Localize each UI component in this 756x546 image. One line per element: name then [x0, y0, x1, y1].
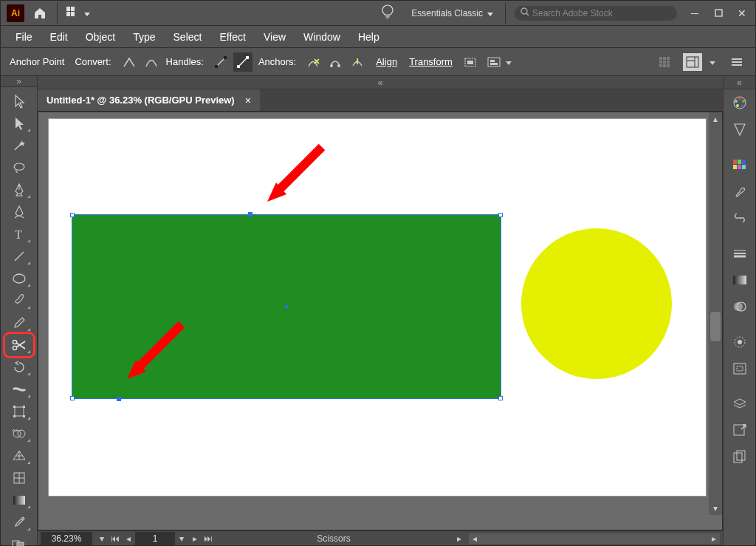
stroke-panel[interactable] [724, 240, 755, 267]
prev-artboard-button[interactable]: ◂ [122, 532, 135, 545]
next-artboard-button[interactable]: ▸ [188, 532, 202, 545]
color-guide-panel[interactable] [724, 116, 755, 143]
handles-hide-button[interactable] [233, 52, 252, 72]
anchor-point-selected[interactable] [117, 397, 121, 401]
search-stock-input[interactable] [532, 8, 671, 18]
zoom-dropdown[interactable]: ▾ [95, 532, 109, 545]
pen-tool[interactable] [5, 179, 33, 201]
transform-link[interactable]: Transform [406, 56, 456, 67]
cut-path-button[interactable] [348, 52, 367, 72]
rotate-tool[interactable] [5, 356, 33, 378]
isolate-button[interactable] [461, 52, 481, 72]
selection-tool[interactable] [5, 90, 33, 112]
free-transform-tool[interactable] [5, 400, 33, 423]
green-rectangle[interactable] [72, 215, 501, 398]
color-panel[interactable] [724, 89, 755, 116]
perspective-grid-tool[interactable] [5, 445, 33, 467]
artboards-panel[interactable] [724, 444, 755, 471]
anchor-point-selected[interactable] [248, 212, 252, 216]
swatches-panel[interactable] [724, 151, 755, 178]
menu-help[interactable]: Help [349, 28, 388, 46]
magic-wand-tool[interactable] [5, 134, 33, 157]
arrange-documents-button[interactable] [62, 7, 94, 19]
menu-view[interactable]: View [255, 28, 295, 46]
connect-anchors-button[interactable] [326, 52, 345, 72]
first-artboard-button[interactable]: ⏮ [109, 532, 122, 545]
vertical-scrollbar[interactable]: ▴ ▾ [709, 112, 722, 515]
scroll-thumb[interactable] [710, 312, 721, 341]
tools-collapse-button[interactable]: » [1, 76, 37, 87]
home-button[interactable] [29, 2, 51, 24]
layers-panel[interactable] [724, 391, 755, 417]
zoom-level[interactable]: 36.23% [41, 532, 92, 545]
panel-menu-button[interactable] [727, 52, 746, 72]
close-tab-button[interactable]: × [245, 95, 251, 106]
remove-anchor-button[interactable] [303, 52, 323, 72]
svg-rect-3 [71, 12, 75, 16]
gradient-tool[interactable] [5, 489, 33, 511]
pencil-tool[interactable] [5, 312, 33, 334]
gradient-panel[interactable] [724, 267, 755, 293]
workspace-switcher[interactable]: Essentials Classic [404, 8, 501, 18]
canvas[interactable]: ▴ ▾ [38, 112, 723, 530]
menu-select[interactable]: Select [165, 28, 211, 46]
type-tool[interactable]: T [5, 223, 33, 245]
direct-selection-tool[interactable] [5, 112, 33, 134]
anchor-point[interactable] [70, 213, 75, 217]
active-tool-readout: Scissors [215, 533, 453, 544]
symbols-panel[interactable] [724, 205, 755, 231]
brushes-panel[interactable] [724, 178, 755, 205]
svg-rect-44 [13, 406, 16, 408]
maximize-button[interactable] [708, 6, 729, 21]
panel-collapse-button[interactable]: « [724, 76, 755, 89]
ellipse-tool[interactable] [5, 267, 33, 290]
shape-builder-tool[interactable] [5, 423, 33, 445]
document-tab[interactable]: Untitled-1* @ 36.23% (RGB/GPU Preview) × [38, 89, 260, 111]
lasso-tool[interactable] [5, 157, 33, 179]
graphic-styles-panel[interactable] [724, 355, 755, 382]
grid-view-button[interactable] [656, 52, 676, 72]
eyedropper-tool[interactable] [5, 511, 33, 533]
anchor-point[interactable] [70, 396, 75, 400]
appearance-panel[interactable] [724, 329, 755, 355]
menu-object[interactable]: Object [77, 28, 124, 46]
yellow-circle[interactable] [521, 228, 672, 379]
asset-export-panel[interactable] [724, 417, 755, 444]
search-stock-field[interactable] [515, 6, 677, 21]
last-artboard-button[interactable]: ⏭ [202, 532, 215, 545]
convert-corner-button[interactable] [119, 52, 138, 72]
doc-collapse-button[interactable]: « [38, 76, 723, 89]
artboard-dropdown[interactable]: ▾ [175, 532, 188, 545]
width-tool[interactable] [5, 378, 33, 400]
minimize-button[interactable]: ─ [684, 6, 705, 21]
artboard-index[interactable]: 1 [135, 532, 175, 545]
menu-type[interactable]: Type [124, 28, 164, 46]
anchor-point[interactable] [498, 396, 503, 400]
convert-smooth-button[interactable] [141, 52, 160, 72]
line-segment-tool[interactable] [5, 245, 33, 267]
document-setup-button[interactable] [683, 53, 702, 71]
svg-rect-46 [13, 415, 16, 417]
close-button[interactable]: ✕ [732, 6, 752, 21]
menu-edit[interactable]: Edit [41, 28, 77, 46]
horizontal-scrollbar[interactable]: ◂ ▸ [469, 533, 720, 544]
discover-button[interactable] [382, 4, 394, 21]
artboard[interactable] [49, 119, 706, 496]
blend-tool[interactable] [5, 533, 33, 546]
workspace-label: Essentials Classic [411, 8, 483, 18]
svg-rect-20 [490, 63, 498, 65]
align-link[interactable]: Align [373, 56, 400, 67]
handles-show-button[interactable] [211, 52, 230, 72]
status-play-button[interactable]: ▸ [453, 532, 466, 545]
curvature-tool[interactable] [5, 201, 33, 223]
transparency-panel[interactable] [724, 293, 755, 320]
align-to-button[interactable] [487, 55, 512, 69]
menu-effect[interactable]: Effect [210, 28, 255, 46]
menu-window[interactable]: Window [295, 28, 349, 46]
tools-panel: » T [1, 76, 38, 545]
menu-file[interactable]: File [7, 28, 41, 46]
mesh-tool[interactable] [5, 467, 33, 489]
anchor-point[interactable] [498, 213, 503, 217]
paintbrush-tool[interactable] [5, 290, 33, 312]
scissors-tool[interactable] [5, 334, 33, 356]
